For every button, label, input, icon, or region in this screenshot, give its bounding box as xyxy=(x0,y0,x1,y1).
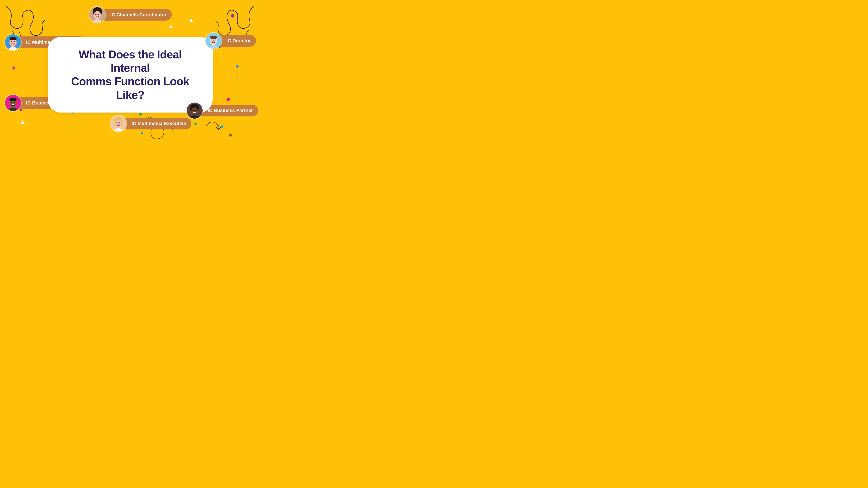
svg-point-48 xyxy=(119,122,121,124)
main-card: What Does the Ideal Internal Comms Funct… xyxy=(48,37,213,113)
svg-point-17 xyxy=(14,41,15,42)
svg-point-46 xyxy=(116,120,122,127)
decor-dot xyxy=(236,65,239,68)
badge-label-ic-channels-coordinator: IC Channels Coordinator xyxy=(99,9,172,21)
badge-ic-business-partner-right: IC Business Partner xyxy=(186,102,258,119)
avatar-ic-multimedia-executive-bottom xyxy=(110,115,127,132)
svg-point-16 xyxy=(11,41,12,42)
svg-point-9 xyxy=(95,14,97,15)
svg-point-35 xyxy=(9,98,17,101)
decor-triangle-white xyxy=(189,19,193,22)
decor-dot xyxy=(231,14,234,18)
svg-point-30 xyxy=(214,40,215,40)
badge-ic-multimedia-executive-bottom: IC Multimedia Executive xyxy=(110,115,191,132)
badge-label-ic-multimedia-executive-bottom: IC Multimedia Executive xyxy=(121,118,191,129)
avatar-ic-multimedia-executive-left xyxy=(4,34,22,51)
decor-dot xyxy=(229,134,232,137)
decor-triangle-white xyxy=(21,120,25,124)
avatar-ic-business-partner-left xyxy=(4,94,22,112)
decor-dot xyxy=(141,132,143,134)
svg-rect-39 xyxy=(12,104,14,105)
decor-dot xyxy=(226,98,230,101)
svg-point-23 xyxy=(210,36,217,39)
decor-triangle-pink xyxy=(12,67,16,70)
avatar-ic-business-partner-right xyxy=(186,102,203,119)
decor-dot xyxy=(221,125,223,128)
scene: IC Channels Coordinator xyxy=(0,0,260,147)
headline-line1: What Does the Ideal Internal xyxy=(79,48,182,74)
svg-point-36 xyxy=(11,102,12,103)
svg-point-10 xyxy=(98,14,99,15)
svg-point-47 xyxy=(117,122,118,124)
headline: What Does the Ideal Internal Comms Funct… xyxy=(65,48,195,102)
svg-point-54 xyxy=(191,107,198,115)
svg-point-37 xyxy=(14,102,15,103)
svg-point-15 xyxy=(9,37,17,40)
decor-diamond xyxy=(216,125,221,130)
svg-point-55 xyxy=(193,109,194,111)
badge-ic-director: IC Director xyxy=(205,32,256,50)
svg-point-8 xyxy=(94,11,101,19)
avatar-ic-director xyxy=(205,32,222,50)
headline-line2: Comms Function Look Like? xyxy=(71,75,189,101)
svg-point-57 xyxy=(193,112,196,113)
avatar-ic-channels-coordinator xyxy=(89,6,106,24)
decor-triangle xyxy=(194,122,197,125)
decor-triangle-white xyxy=(169,25,173,28)
badge-ic-channels-coordinator: IC Channels Coordinator xyxy=(89,6,172,24)
svg-point-56 xyxy=(195,109,197,111)
svg-point-29 xyxy=(212,40,212,40)
